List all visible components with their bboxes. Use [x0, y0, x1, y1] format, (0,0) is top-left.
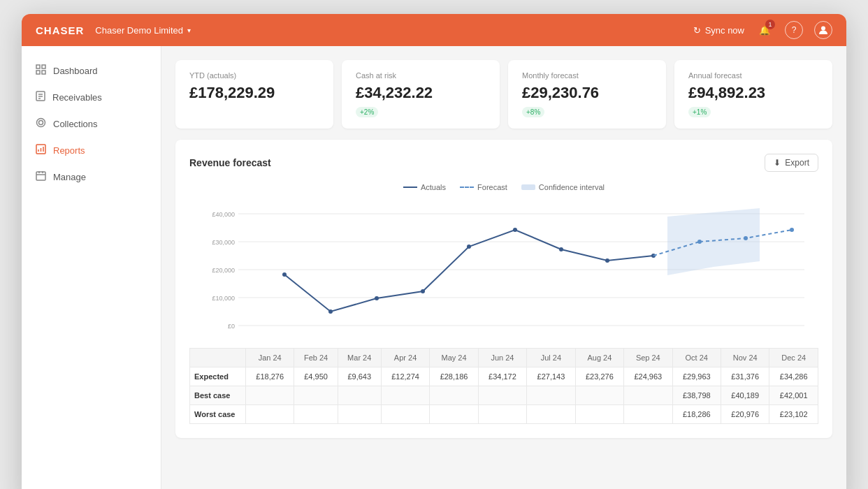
stat-card-cash: Cash at risk £34,232.22 +2%: [342, 60, 500, 129]
svg-point-40: [790, 228, 794, 232]
svg-rect-2: [42, 65, 45, 68]
company-selector[interactable]: Chaser Demo Limited ▾: [95, 25, 191, 36]
stat-card-annual: Annual forecast £94,892.23 +1%: [674, 60, 832, 129]
table-cell: £38,798: [672, 386, 721, 405]
svg-text:£10,000: £10,000: [212, 295, 235, 302]
table-cell: [430, 386, 478, 405]
sync-button[interactable]: ↻ Sync now: [693, 25, 744, 36]
table-cell: [338, 386, 381, 405]
help-icon[interactable]: ?: [785, 21, 803, 39]
stat-label-ytd: YTD (actuals): [189, 71, 319, 80]
top-nav-right: ↻ Sync now 🔔 1 ?: [693, 21, 832, 39]
receivables-icon: [36, 91, 45, 103]
chart-header: Revenue forecast ⬇ Export: [189, 154, 818, 172]
svg-rect-1: [36, 65, 40, 68]
chevron-down-icon: ▾: [187, 27, 191, 34]
sidebar: Dashboard Receivables Collections Report…: [22, 46, 161, 489]
table-cell: [294, 405, 338, 424]
table-cell: £40,189: [721, 386, 769, 405]
table-col-dec: Dec 24: [769, 349, 818, 367]
top-nav: CHASER Chaser Demo Limited ▾ ↻ Sync now …: [22, 14, 846, 46]
table-col-nov: Nov 24: [721, 349, 769, 367]
svg-point-39: [744, 236, 748, 240]
stat-label-annual: Annual forecast: [688, 71, 818, 80]
svg-text:£0: £0: [228, 323, 235, 330]
stat-value-monthly: £29,230.76: [522, 84, 652, 102]
table-cell: [381, 386, 429, 405]
stat-value-ytd: £178,229.29: [189, 84, 319, 102]
svg-text:£30,000: £30,000: [212, 239, 235, 246]
export-button[interactable]: ⬇ Export: [765, 154, 818, 172]
stat-card-ytd: YTD (actuals) £178,229.29: [175, 60, 333, 129]
svg-point-31: [375, 296, 379, 300]
table-cell: [478, 386, 526, 405]
table-cell: £42,001: [769, 386, 818, 405]
main-layout: Dashboard Receivables Collections Report…: [22, 46, 846, 489]
table-row: Best case£38,798£40,189£42,001: [190, 386, 818, 405]
confidence-band: [667, 208, 760, 275]
chart-title: Revenue forecast: [189, 157, 271, 168]
table-cell: £28,186: [430, 367, 478, 386]
svg-point-9: [37, 119, 45, 127]
svg-text:£40,000: £40,000: [212, 211, 235, 218]
svg-point-0: [821, 27, 825, 31]
stat-badge-cash: +2%: [356, 107, 378, 117]
legend-actuals: Actuals: [403, 183, 446, 191]
svg-point-35: [559, 247, 563, 251]
table-cell: [624, 405, 672, 424]
table-col-feb: Feb 24: [294, 349, 338, 367]
table-cell: £29,963: [672, 367, 721, 386]
table-col-jan: Jan 24: [246, 349, 294, 367]
sidebar-item-receivables[interactable]: Receivables: [22, 84, 161, 110]
legend-forecast: Forecast: [460, 183, 507, 191]
notification-badge: 1: [765, 20, 775, 29]
table-cell: [527, 405, 575, 424]
table-col-sep: Sep 24: [624, 349, 672, 367]
table-cell: [575, 405, 623, 424]
svg-text:£20,000: £20,000: [212, 267, 235, 274]
table-cell: £31,376: [721, 367, 769, 386]
table-row-label: Worst case: [190, 405, 246, 424]
profile-icon[interactable]: [814, 21, 832, 39]
stat-value-cash: £34,232.22: [356, 84, 486, 102]
svg-point-10: [39, 121, 43, 125]
table-col-header-empty: [190, 349, 246, 367]
legend-line-confidence: [521, 184, 535, 190]
collections-icon: [36, 117, 46, 130]
table-cell: £18,276: [246, 367, 294, 386]
table-col-jun: Jun 24: [478, 349, 526, 367]
sidebar-item-dashboard[interactable]: Dashboard: [22, 57, 161, 84]
revenue-chart: £40,000 £30,000 £20,000 £10,000 £0: [189, 200, 818, 340]
sidebar-item-collections[interactable]: Collections: [22, 110, 161, 137]
table-cell: [575, 386, 623, 405]
table-row-label: Expected: [190, 367, 246, 386]
chart-svg-container: £40,000 £30,000 £20,000 £10,000 £0: [189, 200, 818, 342]
table-row: Expected£18,276£4,950£9,643£12,274£28,18…: [190, 367, 818, 386]
content-area: YTD (actuals) £178,229.29 Cash at risk £…: [161, 46, 846, 489]
reports-icon: [36, 144, 46, 156]
table-cell: [246, 405, 294, 424]
svg-point-34: [513, 228, 517, 232]
svg-point-38: [697, 240, 702, 244]
table-cell: [294, 386, 338, 405]
legend-line-actuals: [403, 187, 417, 188]
table-cell: [478, 405, 526, 424]
table-cell: [624, 386, 672, 405]
table-row-label: Best case: [190, 386, 246, 405]
sidebar-item-reports[interactable]: Reports: [22, 137, 161, 163]
table-cell: £18,286: [672, 405, 721, 424]
table-cell: £9,643: [338, 367, 381, 386]
table-cell: £23,102: [769, 405, 818, 424]
stat-label-cash: Cash at risk: [356, 71, 486, 80]
dashboard-label: Dashboard: [53, 66, 98, 76]
company-name: Chaser Demo Limited: [95, 25, 183, 36]
table-col-aug: Aug 24: [575, 349, 623, 367]
table-col-mar: Mar 24: [338, 349, 381, 367]
table-row: Worst case£18,286£20,976£23,102: [190, 405, 818, 424]
table-cell: £34,172: [478, 367, 526, 386]
svg-point-33: [467, 245, 471, 249]
legend-line-forecast: [460, 187, 474, 188]
download-icon: ⬇: [774, 158, 781, 168]
notification-icon[interactable]: 🔔 1: [755, 21, 774, 39]
sidebar-item-manage[interactable]: Manage: [22, 163, 161, 190]
